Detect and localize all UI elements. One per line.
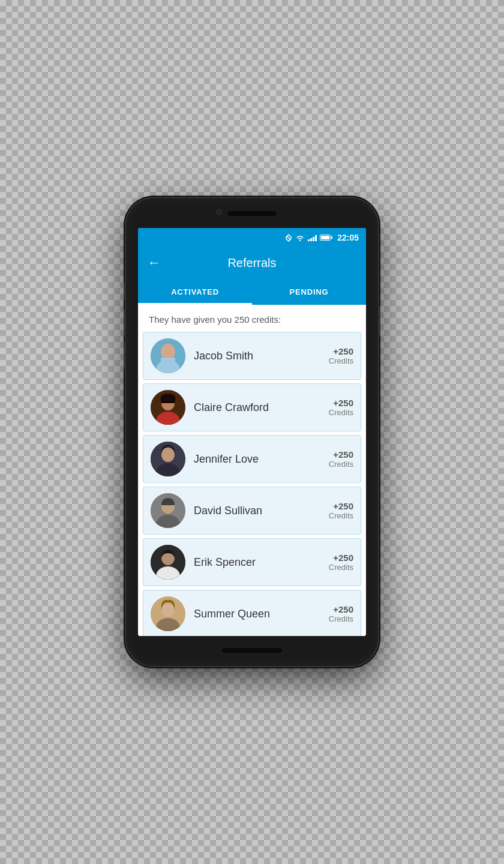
svg-point-2	[299, 240, 301, 241]
phone-power-button	[378, 306, 380, 336]
list-item[interactable]: David Sullivan +250 Credits	[143, 487, 361, 535]
phone-screen: 22:05 ← Referrals ACTIVATED PENDING They…	[138, 228, 366, 636]
credits-header-text: They have given you 250 credits:	[138, 305, 366, 332]
battery-icon	[320, 235, 331, 241]
referral-name: David Sullivan	[194, 505, 320, 517]
phone-device: 22:05 ← Referrals ACTIVATED PENDING They…	[126, 198, 378, 666]
list-item[interactable]: Summer Queen +250 Credits	[143, 590, 361, 636]
avatar	[151, 493, 185, 528]
svg-rect-6	[161, 358, 175, 362]
credits-value: +250	[329, 553, 353, 563]
list-item[interactable]: Jacob Smith +250 Credits	[143, 332, 361, 380]
credits-amount: +250 Credits	[329, 501, 353, 520]
credits-value: +250	[329, 449, 353, 460]
svg-point-20	[161, 602, 175, 617]
phone-volume-up-button	[124, 309, 126, 336]
svg-point-4	[161, 344, 175, 359]
referral-name: Summer Queen	[194, 608, 320, 620]
avatar	[151, 390, 185, 425]
credits-value: +250	[329, 501, 353, 511]
referral-name: Jacob Smith	[194, 350, 320, 362]
mute-icon	[285, 234, 292, 242]
avatar	[151, 596, 185, 631]
credits-label: Credits	[329, 408, 353, 417]
referral-name: Jennifer Love	[194, 453, 320, 466]
status-icons: 22:05	[285, 233, 359, 242]
tabs-container: ACTIVATED PENDING	[138, 278, 366, 305]
credits-label: Credits	[329, 460, 353, 469]
credits-amount: +250 Credits	[329, 553, 353, 572]
content-area: They have given you 250 credits: Jacob S…	[138, 305, 366, 636]
svg-point-11	[161, 448, 175, 462]
phone-volume-down-button	[124, 342, 126, 369]
page-title: Referrals	[170, 256, 334, 270]
credits-value: +250	[329, 346, 353, 356]
credits-amount: +250 Credits	[329, 346, 353, 365]
status-time: 22:05	[337, 233, 359, 242]
credits-label: Credits	[329, 563, 353, 572]
credits-amount: +250 Credits	[329, 398, 353, 417]
signal-icon	[308, 234, 317, 241]
credits-amount: +250 Credits	[329, 449, 353, 469]
credits-label: Credits	[329, 614, 353, 623]
referral-list: Jacob Smith +250 Credits	[138, 332, 366, 636]
avatar	[151, 442, 185, 476]
back-button[interactable]: ←	[148, 255, 161, 271]
list-item[interactable]: Erik Spencer +250 Credits	[143, 538, 361, 586]
credits-amount: +250 Credits	[329, 604, 353, 623]
avatar	[151, 545, 185, 580]
list-item[interactable]: Jennifer Love +250 Credits	[143, 435, 361, 483]
list-item[interactable]: Claire Crawford +250 Credits	[143, 383, 361, 431]
app-bar: ← Referrals	[138, 247, 366, 278]
credits-label: Credits	[329, 511, 353, 520]
avatar	[151, 338, 185, 373]
credits-value: +250	[329, 604, 353, 614]
referral-name: Claire Crawford	[194, 401, 320, 414]
status-bar: 22:05	[138, 228, 366, 247]
credits-label: Credits	[329, 356, 353, 365]
tab-activated[interactable]: ACTIVATED	[138, 278, 252, 305]
wifi-icon	[295, 234, 305, 242]
referral-name: Erik Spencer	[194, 556, 320, 569]
credits-value: +250	[329, 398, 353, 408]
phone-camera	[216, 209, 222, 215]
phone-speaker	[222, 648, 282, 653]
phone-mute-button	[124, 282, 126, 300]
tab-pending[interactable]: PENDING	[252, 278, 366, 305]
